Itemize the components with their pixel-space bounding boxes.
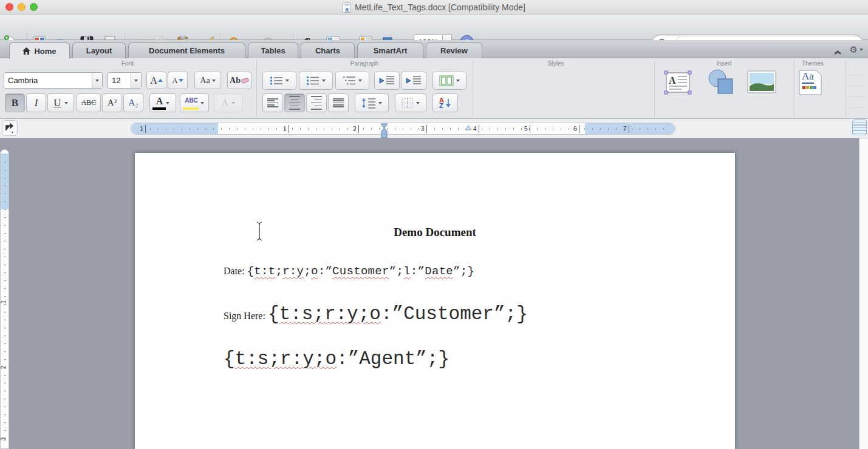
align-left-button[interactable] (262, 93, 283, 112)
superscript-button[interactable]: A² (102, 93, 122, 112)
ruler-number: 5 (524, 125, 530, 133)
increase-indent-icon (406, 75, 422, 86)
multilevel-list-icon (343, 76, 356, 86)
bold-button[interactable]: B (5, 93, 25, 112)
borders-icon (402, 98, 414, 109)
highlight-button[interactable]: ABC (180, 93, 209, 112)
ribbon-overflow-area (848, 64, 866, 113)
font-color-button[interactable]: A (149, 93, 176, 112)
home-icon (22, 47, 30, 55)
align-left-icon (267, 97, 278, 109)
tab-stop-selector[interactable] (2, 120, 18, 136)
ruler-number: 6 (573, 125, 579, 133)
tab-review[interactable]: Review (426, 42, 482, 58)
document-title: Demo Document (135, 226, 735, 239)
insert-group-label: Insert (688, 60, 760, 67)
ruler-number: 2 (353, 125, 359, 133)
styles-group-label: Styles (519, 60, 592, 67)
collapse-ribbon-button[interactable] (834, 48, 841, 52)
insert-shape-button[interactable] (707, 68, 735, 98)
decrease-indent-button[interactable] (374, 72, 400, 90)
window-title: MetLife_Text_Tags.docx [Compatibility Mo… (355, 2, 525, 12)
themes-aa-icon: Aa (802, 70, 814, 84)
font-color-icon: A (156, 96, 163, 107)
document-area: 1 2 3 Demo Document Date: {t:t;r:y;o:”Cu… (0, 138, 868, 449)
numbering-button[interactable] (299, 72, 333, 90)
align-right-button[interactable] (306, 93, 327, 112)
borders-button[interactable] (395, 93, 426, 112)
vertical-ruler[interactable]: 1 2 3 (0, 149, 9, 449)
picture-icon (747, 70, 776, 93)
sort-arrow-icon (445, 98, 451, 108)
clear-formatting-button[interactable]: Ab (227, 72, 251, 89)
shrink-font-button[interactable]: A (168, 72, 188, 89)
agent-line: {t:s;r:y;o:”Agent”;} (224, 348, 449, 370)
document-page[interactable]: Demo Document Date: {t:t;r:y;o:”Customer… (135, 153, 735, 449)
themes-button[interactable]: Aa (797, 69, 824, 98)
strikethrough-button[interactable]: ABC (77, 93, 101, 112)
date-label: Date: (224, 266, 245, 277)
increase-indent-button[interactable] (401, 72, 426, 90)
italic-button[interactable]: I (26, 93, 46, 112)
grow-font-button[interactable]: A (146, 72, 166, 89)
split-window-handle[interactable] (852, 120, 867, 135)
font-family-select[interactable]: Cambria (4, 72, 103, 89)
horizontal-ruler[interactable]: 1 1 2 3 4 5 6 7 (131, 123, 675, 135)
ribbon-home: Font Cambria 12 A A Aa Ab B (0, 58, 868, 119)
paragraph-group-label: Paragraph (328, 60, 401, 67)
numbering-icon (306, 76, 320, 86)
word-window: a MetLife_Text_Tags.docx [Compatibility … (0, 0, 868, 449)
customer-signature-tag: {t:s;r:y;o:”Customer”;} (268, 303, 528, 325)
multilevel-list-button[interactable] (335, 72, 369, 90)
shrink-font-icon: A (172, 76, 177, 86)
ruler-number: 3 (0, 437, 7, 441)
text-effects-icon: A (222, 98, 228, 108)
change-case-button[interactable]: Aa (194, 72, 221, 89)
tab-type-icon (2, 121, 17, 135)
text-box-icon: A (663, 69, 692, 96)
ruler-number: 1 (283, 125, 289, 133)
bullets-icon (270, 76, 283, 86)
svg-text:A: A (669, 75, 676, 86)
ruler-number: 2 (0, 366, 7, 370)
subscript-button[interactable]: A₂ (123, 93, 143, 112)
insert-text-box-button[interactable]: A (663, 69, 692, 98)
align-center-button[interactable] (284, 93, 305, 112)
insert-picture-button[interactable] (747, 70, 776, 96)
agent-signature-tag: {t:s;r:y;o:”Agent”;} (224, 348, 449, 370)
standard-toolbar: ✂ ↶ ↷ (0, 15, 868, 40)
tab-tables[interactable]: Tables (248, 42, 298, 58)
change-case-icon: Aa (200, 76, 210, 86)
line-spacing-button[interactable] (355, 93, 389, 112)
grow-font-icon: A (150, 75, 157, 86)
columns-button[interactable] (432, 72, 466, 90)
bullets-button[interactable] (262, 72, 296, 90)
tab-layout[interactable]: Layout (72, 42, 126, 58)
date-line: Date: {t:t;r:y;o:”Customer”;l:”Date”;} (224, 265, 474, 278)
ribbon-tab-bar: Home Layout Document Elements Tables Cha… (0, 40, 868, 58)
sort-button[interactable]: A Z (432, 93, 458, 112)
font-size-select[interactable]: 12 (108, 72, 142, 89)
tab-smartart[interactable]: SmartArt (357, 42, 423, 58)
font-group-label: Font (91, 60, 164, 67)
justify-button[interactable] (328, 93, 349, 112)
line-spacing-icon (361, 98, 376, 109)
sort-icon: A Z (439, 98, 444, 109)
ruler-number: 1 (0, 300, 7, 304)
clear-formatting-icon: Ab (230, 76, 241, 86)
tab-charts[interactable]: Charts (301, 42, 355, 58)
align-right-icon (311, 95, 322, 111)
indent-marker[interactable] (380, 123, 388, 138)
text-effects-button[interactable]: A (214, 93, 243, 112)
ribbon-settings-button[interactable]: ⚙ (850, 44, 863, 55)
tab-document-elements[interactable]: Document Elements (128, 42, 245, 58)
decrease-indent-icon (379, 75, 395, 86)
date-text-tag: {t:t;r:y;o:”Customer”;l:”Date”;} (247, 265, 475, 278)
sign-here-label: Sign Here: (224, 311, 265, 322)
themes-group-label: Themes (776, 60, 849, 67)
underline-button[interactable]: U (47, 93, 74, 112)
tab-home[interactable]: Home (9, 42, 70, 59)
eraser-icon (241, 78, 249, 84)
vertical-scrollbar[interactable] (859, 138, 868, 449)
tab-stop-marker[interactable] (465, 125, 472, 130)
